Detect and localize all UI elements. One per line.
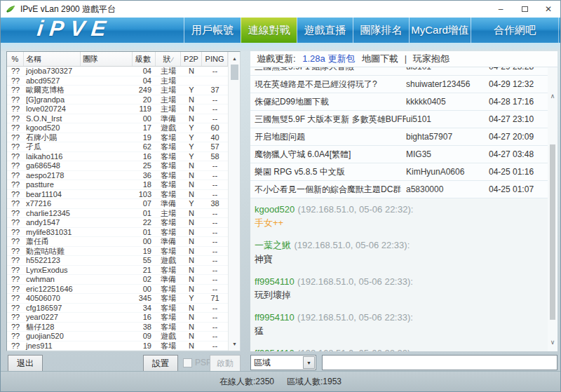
table-row[interactable]: ??mylife83103101客場N-- xyxy=(7,228,229,238)
chat-message-header: 一葉之鰍 (192.168.51.0, 05-06 22:33): xyxy=(255,238,548,252)
news-title: 不小心看見一個新的綜合魔獸主題DC群 xyxy=(250,181,406,198)
chat-message-header: ff9954110 (192.168.51.0, 05-06 22:33): xyxy=(255,311,548,323)
chat-message-header: ff9954110 (192.168.51.0, 05-06 22:33): xyxy=(255,346,548,351)
player-table-scrollbar[interactable]: ▲ ▼ xyxy=(228,52,240,351)
dropdown-arrow-icon[interactable]: ▼ xyxy=(303,356,315,369)
nav-tab[interactable]: 連線對戰 xyxy=(241,18,297,43)
player-complaint-link[interactable]: 玩家抱怨 xyxy=(413,53,450,64)
table-row[interactable]: ??RUSH91211客場Y71 xyxy=(7,351,229,351)
table-cell: 21 xyxy=(133,266,156,275)
table-cell: 00 xyxy=(133,114,156,123)
table-row[interactable]: ??LynxExodus21客場N-- xyxy=(7,266,229,276)
table-row[interactable]: ??勤蛮咕咕雞19客場N-- xyxy=(7,247,229,257)
table-row[interactable]: ??eric1225164600客場N-- xyxy=(7,285,229,295)
map-download-link[interactable]: 地圖下載 xyxy=(362,53,398,64)
table-row[interactable]: ??bear11104103客場N-- xyxy=(7,190,229,200)
news-item[interactable]: 侏儸紀D99地圖下載 kkkkk0405 04-28 17:16 xyxy=(250,93,548,111)
psp-checkbox-group[interactable]: PSP xyxy=(183,358,212,367)
minimize-button[interactable]: – xyxy=(489,1,513,18)
column-header[interactable]: P2P xyxy=(181,52,202,66)
table-row[interactable]: ??x7721607準備Y38 xyxy=(7,199,229,209)
nav-tabs: 用戶帳號連線對戰遊戲直播團隊排名MyCard增值合作網吧 xyxy=(184,18,559,43)
close-button[interactable]: ✕ xyxy=(536,1,560,18)
news-item[interactable]: 三國無雙5.9F 大版本更新 多數英雄BUFF 新增強力武 ui5101 04-… xyxy=(250,111,548,128)
news-item[interactable]: 不小心看見一個新的綜合魔獸主題DC群 a5830000 04-25 01:07 xyxy=(250,181,548,198)
table-cell: -- xyxy=(202,190,228,199)
chat-message-header: ff9954110 (192.168.51.0, 05-06 22:33): xyxy=(255,275,548,288)
table-row[interactable]: ??jojoba73032704主場N-- xyxy=(7,67,229,76)
nav-tab[interactable]: 團隊排名 xyxy=(353,18,409,43)
table-row[interactable]: ??40506070345客場Y71 xyxy=(7,294,229,304)
column-header[interactable]: 名稱 xyxy=(24,52,81,66)
table-cell xyxy=(181,76,202,86)
update-package-link[interactable]: 1.28a 更新包 xyxy=(302,53,355,64)
table-row[interactable]: ??蕭任甬00準備N-- xyxy=(7,237,229,247)
nav-tab[interactable]: MyCard增值 xyxy=(409,18,471,43)
table-row[interactable]: ??ga68654825客場N-- xyxy=(7,161,229,171)
region-count: 區域人數:1953 xyxy=(287,376,342,388)
table-row[interactable]: ??kgood52017遊戲Y60 xyxy=(7,123,229,133)
table-row[interactable]: ??aespo217836客場N-- xyxy=(7,171,229,181)
nav-tab[interactable]: 用戶帳號 xyxy=(184,18,241,43)
table-row[interactable]: ??love020724119主場N-- xyxy=(7,104,229,114)
table-cell: year0227 xyxy=(24,313,81,322)
news-chat-scrollbar[interactable]: ∧ ∨ xyxy=(548,67,557,351)
maximize-button[interactable] xyxy=(513,1,536,18)
table-cell: N xyxy=(181,256,202,265)
table-cell: N xyxy=(181,313,202,322)
scrollbar-thumb[interactable] xyxy=(231,65,238,80)
region-select[interactable]: 區域 ▼ xyxy=(250,355,316,370)
news-item[interactable]: 三國無雙5.9F1 組隊大冒險 ui5101 04-29 23:28 xyxy=(250,67,548,76)
table-row[interactable]: ??cfg18659734客場N-- xyxy=(7,304,229,313)
table-row[interactable]: ??石牌小賜19客場Y40 xyxy=(7,133,229,143)
table-row[interactable]: ??charlie1234501主場N-- xyxy=(7,209,229,219)
table-row[interactable]: ??S.O.N_Irst00準備N-- xyxy=(7,114,229,124)
column-header[interactable]: 團隊 xyxy=(81,52,133,66)
nav-tab[interactable]: 遊戲直播 xyxy=(297,18,353,43)
table-row[interactable]: ??h552212355遊戲N-- xyxy=(7,256,229,266)
nav-tab[interactable]: 合作網吧 xyxy=(471,18,559,43)
table-cell: Y xyxy=(181,294,202,303)
table-cell xyxy=(81,104,133,114)
table-row[interactable]: ??歐爾克博格249主場Y37 xyxy=(7,86,229,95)
player-table-body: ??jojoba73032704主場N--??abcd952704主場??歐爾克… xyxy=(7,67,229,351)
table-row[interactable]: ??guojian52009遊戲N-- xyxy=(7,332,229,342)
table-cell: 01 xyxy=(133,228,156,237)
table-row[interactable]: ??pastture18客場N-- xyxy=(7,180,229,190)
table-row[interactable]: ??孑瓜62客場Y57 xyxy=(7,142,229,152)
news-item[interactable]: 魔物獵人守城 6.0A4[繁體] MIG35 04-27 03:48 xyxy=(250,146,548,163)
table-row[interactable]: ??laikaho11616客場Y58 xyxy=(7,152,229,162)
table-cell: ?? xyxy=(7,67,24,76)
scrollbar-thumb[interactable] xyxy=(550,144,555,320)
column-header[interactable]: 狀∕ xyxy=(156,52,181,66)
news-item[interactable]: 开启地图问题 bighta57907 04-27 20:09 xyxy=(250,128,548,146)
news-date: 04-25 01:07 xyxy=(489,181,548,198)
news-item[interactable]: 現在英雄路是不是已經沒得玩了? shuiwater123456 04-29 12… xyxy=(250,76,548,93)
scroll-down-icon[interactable]: ▼ xyxy=(229,339,241,349)
table-row[interactable]: ??abcd952704主場 xyxy=(7,76,229,86)
scroll-up-icon[interactable]: ▲ xyxy=(229,53,241,64)
news-item[interactable]: 樂園 RPG v5.8.5 中文版 KimHyunA0606 04-25 01:… xyxy=(250,163,548,181)
table-row[interactable]: ??貓仔12838客場N-- xyxy=(7,323,229,332)
table-row[interactable]: ??andy154722客場N-- xyxy=(7,218,229,228)
table-cell: 客場 xyxy=(156,142,181,151)
psp-checkbox[interactable] xyxy=(183,358,192,367)
chevron-up-icon[interactable]: ∧ xyxy=(548,93,557,100)
table-row[interactable]: ??year022716客場N-- xyxy=(7,313,229,323)
settings-button[interactable]: 設置 xyxy=(143,355,178,372)
chat-meta: (192.168.51.0, 05-06 22:33): xyxy=(297,312,413,323)
column-header[interactable]: 級數 xyxy=(133,52,156,66)
chevron-down-icon[interactable]: ∨ xyxy=(548,339,557,346)
chat-input[interactable] xyxy=(322,355,557,370)
table-cell: ?? xyxy=(7,323,24,332)
exit-button[interactable]: 退出 xyxy=(8,355,43,372)
column-header[interactable]: % xyxy=(7,52,24,66)
news-date: 04-29 12:32 xyxy=(489,76,548,93)
table-row[interactable]: ??[G]grandpa20主場N-- xyxy=(7,95,229,105)
column-header[interactable]: PING xyxy=(202,52,228,66)
table-cell: 17 xyxy=(133,123,156,133)
maximize-icon xyxy=(522,6,528,12)
table-cell: 22 xyxy=(133,218,156,227)
table-row[interactable]: ??cwhman02準備N-- xyxy=(7,275,229,285)
table-row[interactable]: ??jnes91119客場N-- xyxy=(7,342,229,351)
